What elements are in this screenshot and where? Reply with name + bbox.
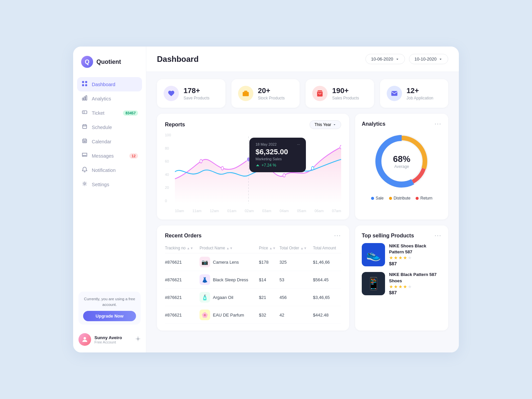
tooltip-more[interactable]: ··· bbox=[297, 142, 300, 146]
sidebar-item-analytics[interactable]: Analytics bbox=[73, 91, 146, 106]
cell-tracking: #876621 bbox=[165, 253, 200, 271]
svg-rect-1 bbox=[85, 81, 87, 83]
stat-icon-save bbox=[164, 86, 179, 101]
top-header: Dashboard 10-06-2020 10-10-2020 bbox=[146, 47, 459, 72]
chart-yaxis: 100 80 60 40 20 0 bbox=[165, 133, 175, 203]
stat-label-sales: Sales Products bbox=[332, 96, 359, 100]
sidebar-label-messages: Messages bbox=[92, 153, 114, 159]
product-stars: ★★★★★ bbox=[389, 284, 442, 289]
user-name: Sunny Aveiro bbox=[94, 335, 132, 340]
sidebar-item-settings[interactable]: Settings bbox=[73, 177, 146, 192]
cell-product: 👗 Black Sleep Dress bbox=[200, 271, 259, 289]
sort-total-order-icon[interactable]: ▲▼ bbox=[300, 246, 307, 250]
svg-rect-5 bbox=[84, 97, 85, 100]
legend-return: Return bbox=[416, 196, 432, 200]
user-settings-icon[interactable] bbox=[135, 336, 141, 343]
stat-info-job: 12+ Job Application bbox=[407, 86, 434, 100]
product-icon: 👗 bbox=[200, 274, 210, 285]
cell-total-amount: $442.48 bbox=[313, 306, 341, 324]
analytics-more-button[interactable]: ··· bbox=[435, 120, 442, 127]
bottom-row: Recent Orders ··· Tracking no ▲▼ Product… bbox=[146, 219, 459, 338]
messages-badge: 12 bbox=[129, 153, 138, 159]
orders-tbody: #876621 📷 Camera Lens $178 325 $1,46,66 … bbox=[165, 253, 341, 324]
logo-icon: Q bbox=[81, 56, 93, 68]
svg-rect-9 bbox=[82, 125, 86, 128]
stat-card-stock: 20+ Stock Products bbox=[231, 79, 300, 108]
list-item: 📱 NIKE Black Pattern 587 Shoes ★★★★★ $87 bbox=[362, 272, 442, 295]
main-content: Dashboard 10-06-2020 10-10-2020 178+ bbox=[146, 47, 459, 352]
svg-point-28 bbox=[312, 167, 314, 170]
settings-icon bbox=[81, 181, 88, 188]
product-info: NIKE Shoes Black Pattern 587 ★★★★★ $87 bbox=[389, 243, 442, 266]
date-from-button[interactable]: 10-06-2020 bbox=[365, 54, 405, 64]
product-thumb: 📱 bbox=[362, 272, 385, 295]
chart-area: 100 80 60 40 20 0 bbox=[165, 133, 341, 213]
year-filter-button[interactable]: This Year bbox=[310, 120, 341, 129]
cell-total-amount: $3,46,65 bbox=[313, 289, 341, 306]
svg-rect-7 bbox=[82, 111, 87, 114]
nav-items: Dashboard Analytics Ticket 83457 bbox=[73, 77, 146, 288]
ticket-icon bbox=[81, 109, 88, 116]
stat-value-job: 12+ bbox=[407, 86, 434, 95]
product-price: $87 bbox=[389, 261, 442, 266]
upgrade-text: Currently, you are using a free account. bbox=[83, 296, 136, 308]
date-to-button[interactable]: 10-10-2020 bbox=[409, 54, 449, 64]
product-name: EAU DE Parfum bbox=[213, 313, 244, 318]
reports-title: Reports bbox=[165, 122, 185, 128]
product-name: NIKE Shoes Black Pattern 587 bbox=[389, 243, 442, 255]
svg-point-29 bbox=[340, 145, 341, 149]
orders-more-button[interactable]: ··· bbox=[334, 232, 341, 239]
chart-tooltip: 18 May 2022 ··· $6,325.00 Marketing Sale… bbox=[249, 138, 306, 172]
svg-point-19 bbox=[85, 141, 85, 142]
top-products-more-button[interactable]: ··· bbox=[435, 232, 442, 239]
donut-percentage: 68% bbox=[393, 154, 410, 164]
reports-card: Reports This Year 100 80 60 40 20 bbox=[157, 114, 349, 219]
legend-sale: Sale bbox=[371, 196, 384, 200]
analytics-title: Analytics bbox=[362, 121, 385, 127]
sidebar-item-calendar[interactable]: Calendar bbox=[73, 134, 146, 149]
svg-rect-2 bbox=[82, 84, 84, 86]
svg-rect-3 bbox=[85, 84, 87, 86]
svg-rect-4 bbox=[82, 98, 83, 100]
sidebar-item-dashboard[interactable]: Dashboard bbox=[77, 77, 142, 91]
sidebar-item-schedule[interactable]: Schedule bbox=[73, 120, 146, 134]
table-row: #876621 📷 Camera Lens $178 325 $1,46,66 bbox=[165, 253, 341, 271]
list-item: 👟 NIKE Shoes Black Pattern 587 ★★★★★ $87 bbox=[362, 243, 442, 266]
col-tracking: Tracking no ▲▼ bbox=[165, 243, 200, 253]
analytics-icon bbox=[81, 95, 88, 102]
upgrade-box: Currently, you are using a free account.… bbox=[78, 292, 141, 325]
svg-point-27 bbox=[283, 174, 285, 177]
logo-text: Quotient bbox=[96, 59, 121, 66]
col-total-order: Total Order ▲▼ bbox=[279, 243, 313, 253]
svg-rect-0 bbox=[82, 81, 84, 83]
sidebar-item-messages[interactable]: Messages 12 bbox=[73, 149, 146, 163]
notification-icon bbox=[81, 167, 88, 174]
sort-price-icon[interactable]: ▲▼ bbox=[269, 246, 276, 250]
sidebar-item-ticket[interactable]: Ticket 83457 bbox=[73, 106, 146, 120]
sort-tracking-icon[interactable]: ▲▼ bbox=[187, 246, 194, 250]
logo-area: Q Quotient bbox=[73, 56, 146, 77]
stat-label-job: Job Application bbox=[407, 96, 434, 100]
sidebar-label-dashboard: Dashboard bbox=[92, 82, 115, 87]
cell-total-order: 325 bbox=[279, 253, 313, 271]
cell-tracking: #876621 bbox=[165, 306, 200, 324]
tooltip-amount: $6,325.00 bbox=[255, 148, 300, 156]
product-icon: 📷 bbox=[200, 257, 210, 267]
cell-tracking: #876621 bbox=[165, 289, 200, 306]
messages-icon bbox=[81, 152, 88, 159]
avatar bbox=[78, 333, 91, 346]
product-icon: 🧴 bbox=[200, 292, 210, 303]
user-info: Sunny Aveiro Free Account bbox=[94, 335, 132, 344]
table-header-row: Tracking no ▲▼ Product Name ▲▼ Price ▲▼ bbox=[165, 243, 341, 253]
upgrade-button[interactable]: Upgrade Now bbox=[83, 311, 136, 321]
product-stars: ★★★★★ bbox=[389, 255, 442, 260]
cell-total-order: 42 bbox=[279, 306, 313, 324]
sidebar-item-notification[interactable]: Notification bbox=[73, 163, 146, 177]
reports-actions: This Year bbox=[310, 120, 341, 129]
sidebar-label-settings: Settings bbox=[92, 182, 109, 187]
cell-total-order: 456 bbox=[279, 289, 313, 306]
cell-price: $14 bbox=[259, 271, 280, 289]
stat-value-save: 178+ bbox=[184, 86, 209, 95]
sort-product-icon[interactable]: ▲▼ bbox=[226, 246, 233, 250]
donut-chart: 68% Average bbox=[372, 131, 432, 191]
